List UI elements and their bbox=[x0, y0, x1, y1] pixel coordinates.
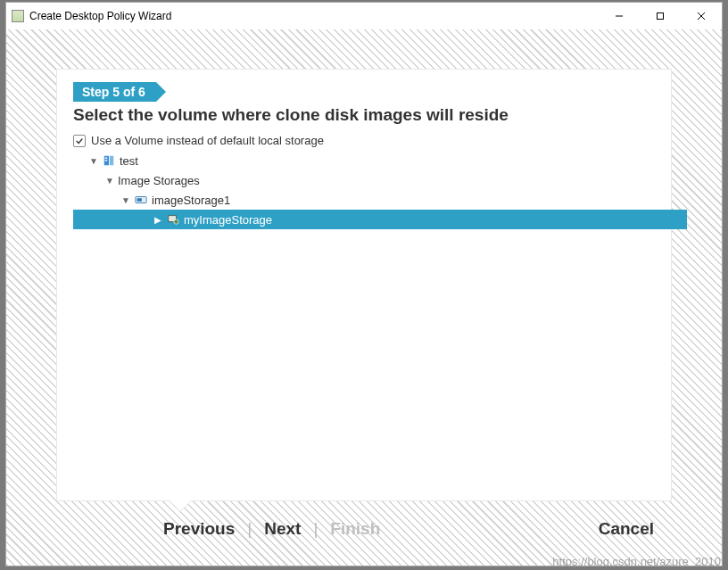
svg-rect-6 bbox=[105, 158, 108, 159]
svg-rect-5 bbox=[110, 156, 113, 166]
storage-icon bbox=[134, 193, 148, 207]
app-icon bbox=[12, 10, 24, 22]
cancel-button[interactable]: Cancel bbox=[599, 519, 654, 539]
svg-rect-7 bbox=[105, 160, 108, 161]
checkbox-icon bbox=[73, 135, 86, 147]
tree-node-volume-selected[interactable]: ▶ myImageStorage bbox=[73, 210, 687, 229]
volume-icon bbox=[166, 212, 180, 227]
maximize-button[interactable] bbox=[640, 3, 681, 29]
chevron-down-icon: ▼ bbox=[121, 195, 130, 205]
window-controls bbox=[599, 3, 722, 29]
titlebar: Create Desktop Policy Wizard bbox=[6, 3, 722, 29]
wizard-body: Step 5 of 6 Select the volume where clon… bbox=[6, 29, 722, 566]
panel-pointer-icon bbox=[170, 500, 191, 511]
tree-label: imageStorage1 bbox=[152, 194, 230, 207]
next-button[interactable]: Next bbox=[264, 519, 301, 539]
separator: | bbox=[247, 519, 252, 539]
titlebar-left: Create Desktop Policy Wizard bbox=[12, 10, 171, 22]
chevron-down-icon: ▼ bbox=[105, 176, 114, 186]
previous-button[interactable]: Previous bbox=[163, 519, 235, 539]
finish-button: Finish bbox=[330, 519, 380, 539]
tree-label: test bbox=[120, 154, 138, 168]
minimize-button[interactable] bbox=[599, 3, 640, 29]
nav-buttons: Previous | Next | Finish bbox=[163, 519, 380, 539]
svg-line-2 bbox=[698, 12, 705, 20]
svg-line-3 bbox=[698, 12, 705, 20]
tree-label: Image Storages bbox=[118, 174, 200, 187]
tree-label: myImageStorage bbox=[184, 213, 272, 227]
chevron-right-icon: ▶ bbox=[153, 215, 162, 225]
use-volume-checkbox[interactable]: Use a Volume instead of default local st… bbox=[73, 134, 655, 147]
wizard-footer: Previous | Next | Finish Cancel bbox=[56, 501, 672, 539]
svg-rect-1 bbox=[658, 13, 664, 20]
wizard-window: Create Desktop Policy Wizard Step 5 of 6… bbox=[5, 2, 723, 566]
svg-rect-9 bbox=[137, 198, 142, 202]
close-button[interactable] bbox=[681, 3, 722, 29]
tree-node-image-storage[interactable]: ▼ imageStorage1 bbox=[121, 190, 655, 210]
separator: | bbox=[313, 519, 318, 539]
tree-node-server[interactable]: ▼ test bbox=[89, 151, 655, 170]
step-indicator: Step 5 of 6 bbox=[73, 82, 156, 102]
checkbox-label: Use a Volume instead of default local st… bbox=[91, 134, 324, 147]
window-title: Create Desktop Policy Wizard bbox=[29, 10, 171, 22]
volume-tree: ▼ test ▼ Image Storages ▼ bbox=[73, 151, 655, 229]
svg-point-11 bbox=[174, 219, 178, 224]
content-panel: Step 5 of 6 Select the volume where clon… bbox=[56, 69, 672, 501]
server-icon bbox=[102, 153, 116, 168]
page-heading: Select the volume where clone disk image… bbox=[73, 105, 655, 125]
chevron-down-icon: ▼ bbox=[89, 156, 98, 166]
tree-node-storages[interactable]: ▼ Image Storages bbox=[105, 170, 655, 190]
